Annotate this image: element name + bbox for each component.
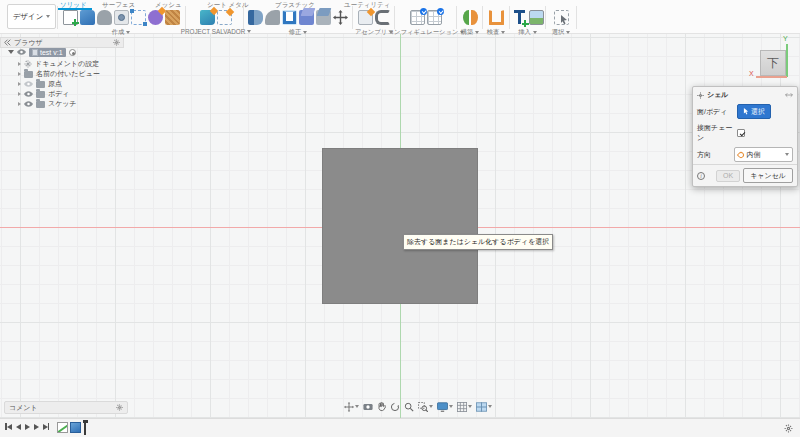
tree-row-document-settings[interactable]: ドキュメントの設定 xyxy=(18,59,99,69)
timeline-sketch-feature[interactable] xyxy=(57,422,68,433)
extrude-icon[interactable] xyxy=(80,10,95,25)
dialog-dock-icon[interactable] xyxy=(785,92,793,98)
orbit-button[interactable] xyxy=(390,402,400,412)
configuration-insert-icon[interactable] xyxy=(427,10,442,25)
mesh-body-icon[interactable] xyxy=(165,10,180,25)
press-pull-icon[interactable] xyxy=(248,10,263,25)
viewports-icon xyxy=(476,402,487,412)
inspect-dropdown[interactable]: 検査 xyxy=(484,28,508,37)
insert-dropdown[interactable]: 挿入 xyxy=(511,28,544,37)
modify-dropdown[interactable]: 修正 xyxy=(246,28,350,37)
ok-button[interactable]: OK xyxy=(716,170,740,182)
tree-row-origin[interactable]: 原点 xyxy=(18,79,62,89)
shell-icon xyxy=(283,11,296,24)
go-to-start-button[interactable] xyxy=(5,423,12,430)
tree-row-bodies[interactable]: ボディ xyxy=(18,89,70,99)
model-body[interactable] xyxy=(322,148,478,304)
expand-arrow-icon[interactable] xyxy=(18,72,21,76)
tree-row-named-views[interactable]: 名前の付いたビュー xyxy=(18,69,100,79)
select-tool-icon[interactable] xyxy=(554,10,569,25)
create-sketch-icon[interactable] xyxy=(63,10,78,25)
comments-panel[interactable]: コメント xyxy=(4,401,128,414)
chevron-down-icon xyxy=(533,31,537,34)
toolbar-group-modify: 修正 xyxy=(246,9,350,37)
expand-arrow-icon[interactable] xyxy=(18,102,21,106)
new-component-icon[interactable] xyxy=(358,10,373,25)
tree-row-root[interactable]: test v:1 xyxy=(8,47,76,57)
chevron-down-icon xyxy=(303,31,307,34)
configuration-dropdown[interactable]: コンフィギュレーション xyxy=(396,28,456,37)
chevron-down-icon xyxy=(475,31,479,34)
pan-orbit-button[interactable] xyxy=(344,402,359,412)
activate-component-radio[interactable] xyxy=(69,49,76,56)
display-settings-button[interactable] xyxy=(437,402,453,412)
combine-icon[interactable] xyxy=(299,10,314,25)
insert-canvas-icon[interactable] xyxy=(529,10,544,25)
create-dropdown[interactable]: 作成 xyxy=(60,28,182,37)
zoom-window-button[interactable] xyxy=(418,402,433,412)
wrench-icon xyxy=(737,150,745,158)
pan-hand-button[interactable] xyxy=(377,402,386,412)
joint-icon[interactable] xyxy=(375,10,390,25)
viewcube[interactable]: 下 xyxy=(760,50,786,76)
collapse-panel-icon[interactable] xyxy=(4,39,11,46)
plus-badge-icon xyxy=(72,19,79,26)
cancel-button[interactable]: キャンセル xyxy=(743,168,793,183)
chevron-down-icon xyxy=(566,31,570,34)
shell-dialog-header[interactable]: シェル xyxy=(693,87,797,102)
project-salvador-icon-2[interactable] xyxy=(217,10,232,25)
direction-label: 方向 xyxy=(697,150,734,160)
eye-icon[interactable] xyxy=(17,49,26,55)
eye-icon[interactable] xyxy=(24,91,33,97)
go-to-end-button[interactable] xyxy=(43,423,50,430)
timeline-gear-icon[interactable] xyxy=(784,424,793,433)
viewports-button[interactable] xyxy=(476,402,492,412)
eye-hidden-icon[interactable] xyxy=(24,81,33,87)
select-faces-button[interactable]: 選択 xyxy=(737,104,771,119)
offset-face-icon[interactable] xyxy=(316,10,331,25)
construction-plane-icon[interactable] xyxy=(463,10,478,25)
project-salvador-icon-1[interactable] xyxy=(200,10,215,25)
tree-item-label: 原点 xyxy=(48,79,62,89)
configuration-table-icon[interactable] xyxy=(410,10,425,25)
chevron-down-icon xyxy=(46,15,50,18)
insert-text-icon[interactable] xyxy=(512,10,527,25)
zoom-button[interactable] xyxy=(404,402,414,412)
chevron-down-icon xyxy=(355,405,359,408)
play-button[interactable] xyxy=(25,424,30,430)
look-at-button[interactable] xyxy=(363,403,373,411)
expand-arrow-icon[interactable] xyxy=(18,62,21,66)
workspace-switcher-button[interactable]: デザイン xyxy=(7,4,56,29)
direction-dropdown[interactable]: 内側 xyxy=(734,147,793,162)
timeline-position-marker[interactable] xyxy=(84,420,86,435)
derive-icon[interactable] xyxy=(131,10,146,25)
expand-arrow-icon[interactable] xyxy=(8,50,14,54)
step-forward-button[interactable] xyxy=(34,424,39,430)
chevron-down-icon xyxy=(468,405,472,408)
gear-icon[interactable] xyxy=(116,404,123,411)
expand-arrow-icon[interactable] xyxy=(18,92,21,96)
info-icon[interactable]: i xyxy=(697,172,705,180)
construct-dropdown[interactable]: 構築 xyxy=(458,28,482,37)
display-settings-icon xyxy=(437,402,448,412)
gear-icon[interactable] xyxy=(113,39,120,46)
tangent-chain-checkbox[interactable] xyxy=(737,129,745,137)
shell-active-command[interactable] xyxy=(282,10,297,25)
fillet-icon[interactable] xyxy=(265,10,280,25)
timeline-extrude-feature[interactable] xyxy=(70,422,81,433)
step-back-button[interactable] xyxy=(16,424,21,430)
measure-icon[interactable] xyxy=(489,10,504,25)
active-document-chip[interactable]: test v:1 xyxy=(29,48,66,57)
sculpt-icon[interactable] xyxy=(148,10,163,25)
eye-icon[interactable] xyxy=(24,101,33,107)
chevron-down-icon xyxy=(429,405,433,408)
select-dropdown[interactable]: 選択 xyxy=(548,28,574,37)
tree-row-sketches[interactable]: スケッチ xyxy=(18,99,77,109)
move-copy-icon[interactable] xyxy=(333,10,348,25)
check-badge-icon xyxy=(437,8,444,15)
grid-snaps-button[interactable] xyxy=(457,402,472,412)
revolve-icon[interactable] xyxy=(114,10,129,25)
project-salvador-dropdown[interactable]: PROJECT SALVADOR xyxy=(188,28,244,35)
create-form-icon[interactable] xyxy=(97,10,112,25)
expand-arrow-icon[interactable] xyxy=(18,82,21,86)
